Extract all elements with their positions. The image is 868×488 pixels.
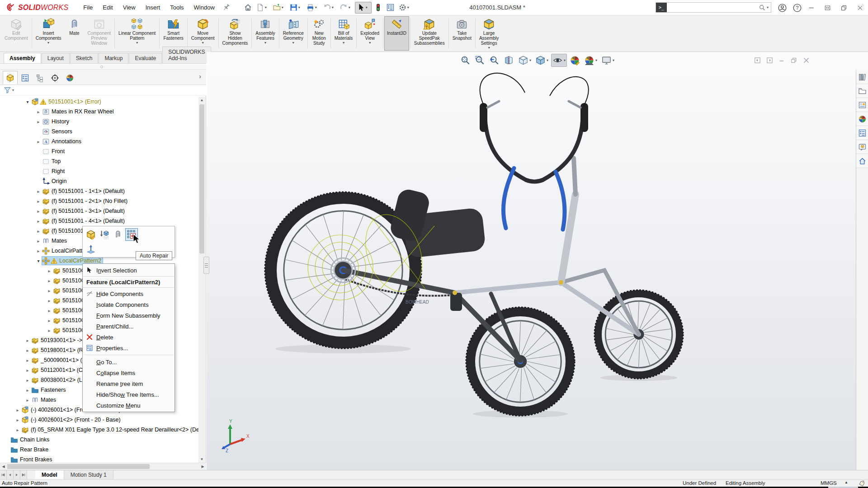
hide-show-items-button[interactable]: ▾ bbox=[551, 54, 567, 67]
task-pane-custom-properties[interactable] bbox=[856, 126, 868, 140]
tree-row-1-mates-in-rx-rear-wheel[interactable]: ▸Mates in RX Rear Wheel bbox=[0, 107, 199, 117]
ribbon-take-snapshot-button[interactable]: TakeSnapshot bbox=[450, 16, 474, 51]
ribbon-dropdown-caret[interactable]: ▼ bbox=[342, 41, 345, 44]
expand-arrow-icon[interactable]: ▸ bbox=[35, 199, 42, 204]
child-restore-button[interactable] bbox=[790, 56, 798, 66]
scroll-down-icon[interactable]: ▼ bbox=[198, 456, 205, 463]
edit-appearance-button[interactable] bbox=[568, 54, 581, 67]
expand-arrow-icon[interactable]: ▸ bbox=[24, 348, 31, 353]
expand-arrow-icon[interactable]: ▸ bbox=[35, 239, 42, 244]
task-pane-file-explorer[interactable] bbox=[856, 84, 868, 98]
apply-scene-button[interactable]: ▾ bbox=[583, 54, 599, 67]
expand-arrow-icon[interactable]: ▸ bbox=[24, 398, 31, 403]
redo-button[interactable]: ▾ bbox=[338, 2, 354, 14]
context-menu-item-hide-show-tree-items[interactable]: Hide/Show Tree Items... bbox=[83, 389, 175, 400]
expand-arrow-icon[interactable]: ▸ bbox=[46, 268, 52, 273]
context-menu-item-collapse-items[interactable]: Collapse Items bbox=[83, 367, 175, 378]
tree-row-12-f-50151001-4-1-default[interactable]: ▸(f) 50151001 - 4<1> (Default) bbox=[0, 216, 199, 226]
options-gear-button[interactable]: ▾ bbox=[397, 2, 413, 14]
expand-arrow-icon[interactable]: ▸ bbox=[24, 368, 31, 373]
select-cursor-dropdown-caret[interactable]: ▾ bbox=[366, 5, 370, 9]
pane-collapse-left-button[interactable] bbox=[754, 56, 761, 66]
tree-row-9-f-50151001-1-1-default[interactable]: ▸(f) 50151001 - 1<1> (Default) bbox=[0, 186, 199, 196]
ribbon-dropdown-caret[interactable]: ▼ bbox=[292, 41, 295, 44]
graphics-viewport[interactable]: BOWHEAD ▾▾▾▾▾ Y X Z bbox=[207, 52, 868, 470]
undo-button[interactable]: ▾ bbox=[321, 2, 337, 14]
edit-mates-button[interactable] bbox=[112, 228, 124, 241]
open-document-dropdown-caret[interactable]: ▾ bbox=[282, 5, 286, 9]
close-button[interactable] bbox=[852, 0, 868, 15]
ribbon-dropdown-caret[interactable]: ▼ bbox=[47, 41, 50, 44]
ribbon-new-motion-study-button[interactable]: NewMotionStudy bbox=[309, 16, 330, 51]
context-menu-item-properties[interactable]: Properties... bbox=[83, 343, 175, 353]
ribbon-bill-of-materials-button[interactable]: Bill ofMaterials▼ bbox=[332, 16, 356, 51]
menu-edit[interactable]: Edit bbox=[98, 0, 118, 14]
panel-collapse-strip[interactable] bbox=[0, 64, 206, 70]
new-document-button[interactable]: ▾ bbox=[255, 2, 270, 14]
expand-arrow-icon[interactable]: ▸ bbox=[35, 209, 42, 214]
ribbon-dropdown-caret[interactable]: ▼ bbox=[487, 46, 491, 49]
help-icon[interactable]: ? bbox=[793, 3, 802, 13]
expand-arrow-icon[interactable]: ▸ bbox=[46, 278, 52, 283]
tree-row-32-40026001-2-front-20-base[interactable]: ▸(-) 40026001<2> (Front - 20 - Base) bbox=[0, 415, 199, 425]
tree-row-10-f-50151001-2-1-no-fillet[interactable]: ▸(f) 50151001 - 2<1> (No Fillet) bbox=[0, 196, 199, 206]
tab-layout[interactable]: Layout bbox=[42, 53, 70, 63]
tree-horizontal-scrollbar[interactable]: ◀ ▶ bbox=[0, 463, 206, 470]
apply-scene-dropdown-caret[interactable]: ▾ bbox=[595, 58, 597, 62]
new-document-dropdown-caret[interactable]: ▾ bbox=[265, 5, 269, 9]
pin-icon[interactable] bbox=[222, 3, 231, 12]
ribbon-large-assembly-settings-button[interactable]: LargeAssemblySettings▼ bbox=[476, 16, 501, 51]
move-with-triad-button[interactable] bbox=[85, 243, 97, 255]
select-cursor-button[interactable]: ▾ bbox=[355, 2, 372, 14]
tree-row-3-sensors[interactable]: Sensors bbox=[0, 127, 199, 136]
tab-assembly[interactable]: Assembly bbox=[4, 53, 41, 63]
ribbon-dropdown-caret[interactable]: ▼ bbox=[201, 41, 204, 44]
child-minimize-button[interactable] bbox=[778, 56, 786, 66]
collapse-arrow-icon[interactable]: ▾ bbox=[24, 99, 31, 104]
options-gear-dropdown-caret[interactable]: ▾ bbox=[407, 5, 411, 9]
expand-arrow-icon[interactable]: ▸ bbox=[46, 288, 52, 293]
file-properties-button[interactable] bbox=[385, 2, 396, 14]
panel-splitter-grip[interactable] bbox=[203, 257, 209, 274]
print-dropdown-caret[interactable]: ▾ bbox=[315, 5, 319, 9]
redo-dropdown-caret[interactable]: ▾ bbox=[349, 5, 353, 9]
minimize-button[interactable] bbox=[803, 0, 819, 15]
expand-arrow-icon[interactable]: ▸ bbox=[35, 119, 42, 124]
featuremanager-tab[interactable] bbox=[3, 71, 18, 84]
task-pane-appearances-scenes[interactable] bbox=[856, 112, 868, 126]
context-menu-item-delete[interactable]: Delete bbox=[83, 332, 175, 343]
dimxpert-tab[interactable] bbox=[47, 71, 62, 84]
expand-arrow-icon[interactable]: ▸ bbox=[24, 358, 31, 363]
expand-arrow-icon[interactable]: ▸ bbox=[14, 418, 21, 422]
units-dropdown-caret[interactable]: ▲ bbox=[844, 480, 848, 484]
scroll-left-icon[interactable]: ◀ bbox=[0, 463, 7, 470]
tree-row-35-rear-brake[interactable]: Rear Brake bbox=[0, 445, 199, 455]
section-view-button[interactable] bbox=[502, 54, 515, 67]
display-style-dropdown-caret[interactable]: ▾ bbox=[547, 58, 548, 62]
context-menu-item-hide-components[interactable]: Hide Components bbox=[83, 288, 175, 299]
restore-button[interactable] bbox=[835, 0, 852, 15]
context-menu-item-isolate-components[interactable]: Isolate Components bbox=[83, 299, 175, 310]
previous-view-button[interactable] bbox=[488, 54, 501, 67]
filter-funnel-icon[interactable] bbox=[4, 86, 11, 94]
ribbon-reference-geometry-button[interactable]: ReferenceGeometry▼ bbox=[280, 16, 307, 51]
search-commands-icon[interactable]: >_ bbox=[656, 3, 667, 12]
context-menu-item-form-new-subassembly[interactable]: Form New Subassembly bbox=[83, 310, 175, 321]
expand-arrow-icon[interactable]: ▸ bbox=[24, 338, 31, 343]
task-pane-solidworks-forum[interactable] bbox=[856, 140, 868, 154]
context-menu-item-invert-selection[interactable]: Invert Selection bbox=[83, 265, 175, 276]
ribbon-component-preview-window-button[interactable]: ComponentPreviewWindow bbox=[85, 16, 113, 51]
tree-row-11-f-50151001-3-1-default[interactable]: ▸(f) 50151001 - 3<1> (Default) bbox=[0, 206, 199, 216]
expand-arrow-icon[interactable]: ▸ bbox=[35, 139, 42, 144]
tree-row-4-annotations[interactable]: ▸AAnnotations bbox=[0, 136, 199, 146]
ribbon-mate-button[interactable]: Mate bbox=[64, 16, 85, 51]
expand-arrow-icon[interactable]: ▸ bbox=[14, 408, 21, 413]
scroll-right-icon[interactable]: ▶ bbox=[199, 463, 206, 470]
tree-row-2-history[interactable]: ▸History bbox=[0, 117, 199, 127]
tag-icon[interactable] bbox=[858, 480, 866, 487]
ribbon-insert-components-button[interactable]: InsertComponents▼ bbox=[33, 16, 64, 51]
context-menu-item-go-to[interactable]: Go To... bbox=[83, 357, 175, 367]
panel-expand-chevron[interactable]: › bbox=[199, 73, 201, 80]
view-settings-dropdown-caret[interactable]: ▾ bbox=[613, 58, 614, 62]
context-menu-item-rename-tree-item[interactable]: Rename tree item bbox=[83, 378, 175, 389]
